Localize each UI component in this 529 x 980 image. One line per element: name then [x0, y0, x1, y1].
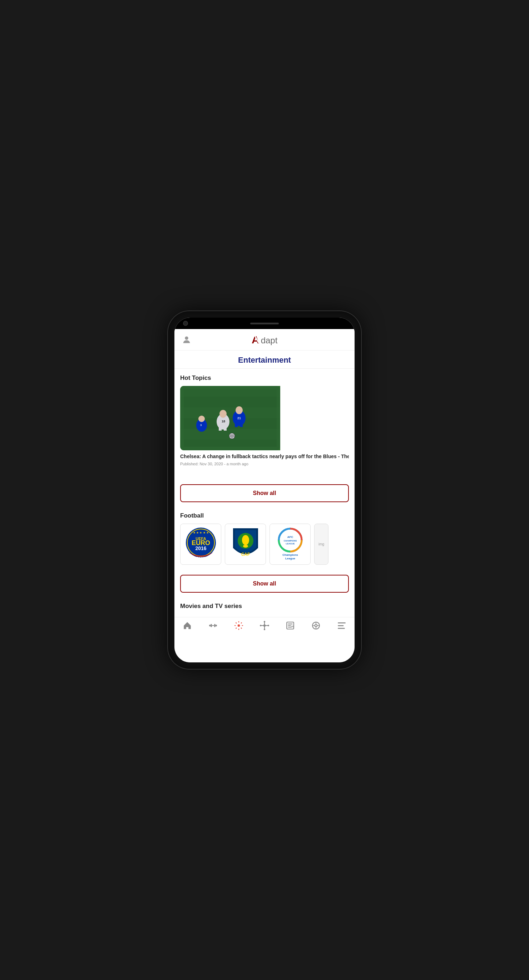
svg-rect-73 [338, 625, 343, 626]
app-header: A dapt [175, 329, 354, 350]
svg-text:★ ★ ★ ★ ★: ★ ★ ★ ★ ★ [193, 531, 209, 535]
tab-bar: N [175, 617, 354, 636]
svg-rect-52 [216, 625, 217, 626]
svg-text:CHAMPIONS: CHAMPIONS [283, 540, 297, 542]
hot-topics-show-all-button[interactable]: Show all [180, 484, 349, 502]
svg-text:League: League [285, 557, 295, 560]
svg-rect-72 [338, 623, 346, 624]
movies-section: Movies and TV series [175, 597, 354, 617]
partial-card-label: img [318, 542, 324, 546]
speaker-line [250, 323, 279, 325]
tab-fitness[interactable] [200, 621, 226, 630]
topic-image-1: 18 21 [180, 386, 349, 450]
football-section: Football ★ ★ ★ ★ ★ [175, 506, 354, 571]
topic-1-date: Published: Nov 30, 2020 - a month ago [180, 462, 349, 466]
dumbbell-icon [208, 621, 218, 630]
tab-connect[interactable] [252, 621, 277, 630]
svg-rect-50 [212, 625, 214, 626]
app-content: A dapt Entertainment Hot Topics [175, 329, 354, 662]
hot-topics-scroll[interactable]: 18 21 [180, 386, 349, 477]
phone-screen: A dapt Entertainment Hot Topics [175, 318, 354, 662]
user-icon[interactable] [181, 335, 192, 346]
logo-text: dapt [261, 336, 278, 345]
hot-topics-title: Hot Topics [180, 374, 349, 382]
tab-news[interactable]: N [277, 621, 303, 630]
tab-more[interactable] [329, 621, 354, 630]
svg-text:FRANCE: FRANCE [195, 556, 207, 559]
football-title: Football [180, 512, 349, 519]
svg-point-53 [238, 624, 240, 627]
football-logos-scroll[interactable]: ★ ★ ★ ★ ★ UEFA EURO 2016 FRANCE [180, 523, 349, 568]
svg-point-0 [185, 336, 188, 339]
svg-text:OF NATIONS: OF NATIONS [240, 560, 251, 562]
svg-point-56 [264, 624, 266, 627]
svg-rect-74 [338, 628, 345, 629]
svg-text:N: N [291, 625, 293, 628]
logo-card-afc[interactable]: AFC CHAMPIONS LEAGUE Champions League [270, 523, 311, 565]
wheel-icon [311, 621, 321, 630]
logo-letter-a: A [252, 333, 261, 347]
svg-text:Champions: Champions [282, 553, 298, 557]
svg-rect-49 [211, 624, 212, 627]
svg-point-58 [264, 629, 265, 630]
svg-text:2016: 2016 [195, 546, 206, 551]
svg-point-37 [243, 545, 248, 547]
svg-point-59 [260, 625, 261, 626]
logo-card-euro2016[interactable]: ★ ★ ★ ★ ★ UEFA EURO 2016 FRANCE [180, 523, 221, 565]
tab-settings[interactable] [226, 621, 252, 630]
app-logo: A dapt [252, 333, 278, 347]
news-icon: N [286, 621, 295, 630]
svg-rect-48 [209, 625, 211, 626]
svg-text:CAF: CAF [241, 552, 250, 557]
svg-rect-51 [214, 624, 215, 627]
svg-point-57 [264, 621, 265, 622]
svg-point-67 [315, 624, 318, 627]
tab-home[interactable] [175, 621, 200, 630]
logo-card-partial[interactable]: img [314, 523, 329, 565]
logo-card-caf[interactable]: CAF U-20 AFRICA CUP OF NATIONS [225, 523, 266, 565]
svg-text:AFC: AFC [287, 535, 293, 539]
spacer [341, 321, 346, 326]
movies-title: Movies and TV series [180, 603, 349, 610]
camera-dot [183, 321, 188, 326]
svg-text:U-20 AFRICA CUP: U-20 AFRICA CUP [238, 558, 253, 560]
phone-top-bar [175, 318, 354, 329]
tab-wheel[interactable] [303, 621, 329, 630]
svg-point-60 [268, 625, 269, 626]
hot-topics-section: Hot Topics [175, 369, 354, 480]
home-icon [183, 621, 192, 630]
page-title: Entertainment [175, 350, 354, 369]
svg-text:A: A [252, 334, 259, 345]
svg-rect-62 [288, 624, 293, 624]
football-show-all-button[interactable]: Show all [180, 575, 349, 593]
phone-device: A dapt Entertainment Hot Topics [168, 311, 361, 669]
topic-card-1[interactable]: 18 21 [180, 386, 349, 474]
svg-text:LEAGUE: LEAGUE [286, 542, 294, 545]
gear-icon [234, 621, 243, 630]
more-icon [337, 621, 346, 630]
svg-rect-63 [288, 625, 291, 626]
cross-icon [260, 621, 269, 630]
topic-1-headline: Chelsea: A change in fullback tactics ne… [180, 453, 349, 460]
svg-rect-22 [180, 386, 280, 450]
svg-point-36 [242, 535, 249, 545]
